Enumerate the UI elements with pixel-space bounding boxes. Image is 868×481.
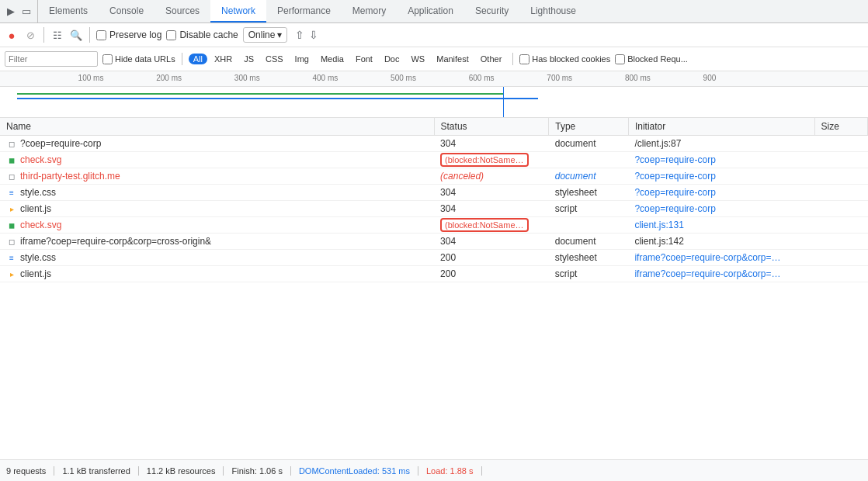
- col-header-status[interactable]: Status: [434, 118, 549, 136]
- table-row: ◼check.svg(blocked:NotSame…?coep=require…: [0, 152, 868, 168]
- tick-400ms: 400 ms: [312, 74, 338, 82]
- hide-data-urls-label[interactable]: Hide data URLs: [102, 54, 175, 64]
- resource-name: client.js: [20, 268, 51, 279]
- filter-tag-js[interactable]: JS: [239, 54, 259, 64]
- resource-initiator[interactable]: iframe?coep=require-corp&corp=…: [628, 266, 814, 282]
- table-row: ◻third-party-test.glitch.me(canceled)doc…: [0, 168, 868, 185]
- main-content: ● ⊘ ☷ 🔍 Preserve log Disable cache Onlin…: [0, 23, 868, 481]
- resource-initiator[interactable]: ?coep=require-corp: [628, 168, 814, 185]
- filter-tag-img[interactable]: Img: [290, 54, 314, 64]
- col-header-type[interactable]: Type: [549, 118, 629, 136]
- throttle-select[interactable]: Online ▾: [243, 27, 288, 43]
- table-header: Name Status Type Initiator Size: [0, 118, 868, 136]
- record-button[interactable]: ●: [5, 28, 19, 42]
- blocked-requests-checkbox[interactable]: [615, 54, 625, 64]
- file-type-icon: ▸: [6, 268, 17, 279]
- tab-elements[interactable]: Elements: [38, 0, 99, 22]
- tick-800ms: 800 ms: [625, 74, 651, 82]
- tab-lighthouse[interactable]: Lighthouse: [519, 0, 587, 22]
- resource-name: client.js: [20, 203, 51, 214]
- resource-size: [814, 201, 867, 217]
- resource-initiator[interactable]: client.js:131: [628, 217, 814, 234]
- file-type-icon: ≡: [6, 187, 17, 198]
- resource-size: [814, 217, 867, 234]
- tab-memory[interactable]: Memory: [342, 0, 397, 22]
- table-body: ◻?coep=require-corp304document/client.js…: [0, 136, 868, 282]
- vertical-marker: [503, 87, 504, 118]
- resource-status: (blocked:NotSame…: [434, 217, 549, 234]
- filter-tag-css[interactable]: CSS: [261, 54, 288, 64]
- load-time: Load: 1.88 s: [418, 466, 482, 476]
- resource-type: stylesheet: [549, 250, 629, 266]
- tab-application[interactable]: Application: [397, 0, 464, 22]
- filter-button[interactable]: ☷: [50, 28, 64, 42]
- has-blocked-cookies-checkbox[interactable]: [519, 54, 529, 64]
- status-bar: 9 requests 1.1 kB transferred 11.2 kB re…: [0, 459, 868, 481]
- disable-cache-checkbox[interactable]: [166, 30, 176, 40]
- file-type-icon: ◻: [6, 236, 17, 247]
- resource-type: [549, 152, 629, 168]
- table-row: ◻?coep=require-corp304document/client.js…: [0, 136, 868, 152]
- resource-initiator[interactable]: ?coep=require-corp: [628, 185, 814, 201]
- resource-status: 304: [434, 201, 549, 217]
- throttle-chevron-icon: ▾: [277, 29, 282, 40]
- filter-tag-other[interactable]: Other: [476, 54, 507, 64]
- filter-separator: [182, 53, 182, 65]
- search-button[interactable]: 🔍: [69, 28, 83, 42]
- resource-name[interactable]: check.svg: [20, 154, 61, 165]
- tab-performance[interactable]: Performance: [266, 0, 342, 22]
- throttle-label: Online: [248, 29, 276, 40]
- filter-input[interactable]: [5, 51, 98, 67]
- resource-name[interactable]: check.svg: [20, 220, 61, 230]
- import-export-buttons: ⇧ ⇩: [295, 29, 318, 41]
- has-blocked-cookies-label[interactable]: Has blocked cookies: [519, 54, 610, 64]
- has-blocked-cookies-text: Has blocked cookies: [532, 54, 610, 64]
- table-row: ≡style.css200stylesheetiframe?coep=requi…: [0, 250, 868, 266]
- blue-timeline-bar: [17, 98, 538, 99]
- resource-size: [814, 152, 867, 168]
- clear-button[interactable]: ⊘: [23, 28, 37, 42]
- disable-cache-checkbox-label[interactable]: Disable cache: [166, 29, 238, 40]
- preserve-log-checkbox[interactable]: [96, 30, 106, 40]
- col-header-size[interactable]: Size: [814, 118, 867, 136]
- tick-300ms: 300 ms: [234, 74, 260, 82]
- filter-tag-font[interactable]: Font: [351, 54, 377, 64]
- tab-network[interactable]: Network: [210, 0, 266, 22]
- resource-initiator[interactable]: ?coep=require-corp: [628, 152, 814, 168]
- filter-tags: All XHR JS CSS Img Media Font Doc WS Man…: [189, 54, 507, 64]
- resource-type: script: [549, 201, 629, 217]
- filter-tag-ws[interactable]: WS: [406, 54, 429, 64]
- tab-sources[interactable]: Sources: [155, 0, 210, 22]
- filter-tag-media[interactable]: Media: [316, 54, 349, 64]
- inspect-icon[interactable]: ▶: [5, 5, 17, 18]
- filter-tag-manifest[interactable]: Manifest: [432, 54, 474, 64]
- tick-700ms: 700 ms: [547, 74, 572, 82]
- resource-status: 304: [434, 136, 549, 152]
- resource-name: style.css: [20, 187, 56, 198]
- table-row: ◼check.svg(blocked:NotSame…client.js:131: [0, 217, 868, 234]
- resource-status: 200: [434, 266, 549, 282]
- resource-initiator[interactable]: ?coep=require-corp: [628, 201, 814, 217]
- resource-initiator[interactable]: iframe?coep=require-corp&corp=…: [628, 250, 814, 266]
- download-icon[interactable]: ⇩: [309, 29, 318, 41]
- upload-icon[interactable]: ⇧: [295, 29, 304, 41]
- col-header-initiator[interactable]: Initiator: [628, 118, 814, 136]
- resource-status: 304: [434, 185, 549, 201]
- resource-initiator: /client.js:87: [628, 136, 814, 152]
- resource-name[interactable]: third-party-test.glitch.me: [20, 171, 120, 182]
- timeline-area: 100 ms 200 ms 300 ms 400 ms 500 ms 600 m…: [0, 71, 868, 118]
- filter-tag-xhr[interactable]: XHR: [210, 54, 237, 64]
- filter-tag-all[interactable]: All: [189, 54, 207, 64]
- disable-cache-label: Disable cache: [179, 29, 238, 40]
- tab-console[interactable]: Console: [99, 0, 155, 22]
- filter-tag-doc[interactable]: Doc: [380, 54, 404, 64]
- resource-status: 200: [434, 250, 549, 266]
- devtools-icons: ▶ ▭: [0, 0, 38, 22]
- file-type-icon: ◼: [6, 154, 17, 165]
- preserve-log-checkbox-label[interactable]: Preserve log: [96, 29, 161, 40]
- hide-data-urls-checkbox[interactable]: [102, 54, 113, 64]
- tab-security[interactable]: Security: [464, 0, 519, 22]
- col-header-name[interactable]: Name: [0, 118, 434, 136]
- blocked-requests-label[interactable]: Blocked Requ...: [615, 54, 688, 64]
- device-icon[interactable]: ▭: [20, 5, 33, 18]
